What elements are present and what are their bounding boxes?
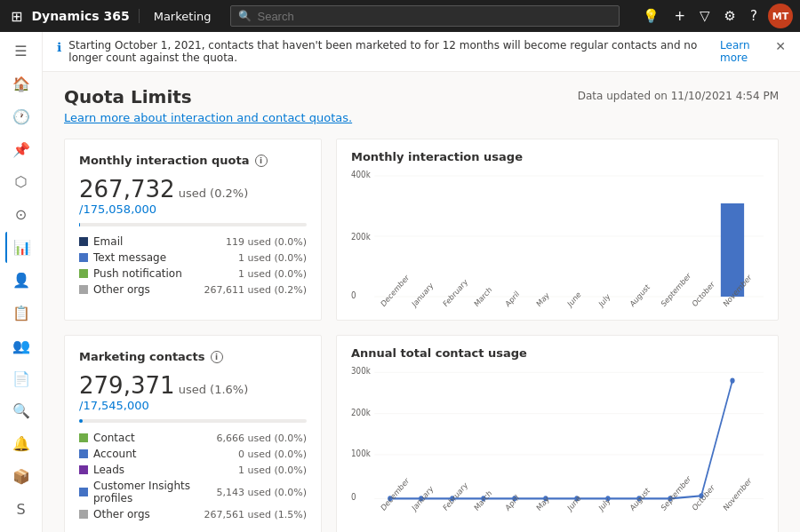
svg-text:400k: 400k — [351, 169, 371, 179]
svg-text:September: September — [660, 270, 693, 308]
legend-label: Other orgs — [79, 508, 204, 520]
legend-item: Push notification 1 used (0.0%) — [79, 266, 307, 282]
svg-text:October: October — [691, 279, 716, 308]
legend-value: 267,611 used (0.2%) — [204, 284, 307, 296]
sidebar-user-icon[interactable]: S — [5, 494, 37, 525]
monthly-quota-of: /175,058,000 — [79, 202, 156, 216]
main-content: ℹ Starting October 1, 2021, contacts tha… — [43, 32, 800, 532]
legend-item: Text message 1 used (0.0%) — [79, 250, 307, 266]
cards-grid-bottom: Marketing contacts i 279,371 used (1.6%)… — [43, 335, 800, 532]
cards-grid-top: Monthly interaction quota i 267,732 used… — [43, 131, 800, 335]
svg-text:September: September — [660, 473, 693, 512]
quota-learn-more-link[interactable]: Learn more about interaction and contact… — [64, 111, 352, 124]
legend-text: Other orgs — [93, 283, 150, 296]
svg-text:December: December — [380, 273, 412, 309]
legend-color-swatch — [79, 510, 88, 519]
legend-color-swatch — [79, 285, 88, 294]
monthly-quota-bar — [79, 223, 307, 226]
sidebar-recent-icon[interactable]: 🕐 — [5, 101, 37, 132]
sidebar-menu-icon[interactable]: ☰ — [5, 36, 37, 67]
add-icon[interactable]: + — [670, 4, 689, 28]
legend-item: Contact 6,666 used (0.0%) — [79, 430, 307, 446]
legend-text: Email — [93, 235, 123, 248]
banner-text: Starting October 1, 2021, contacts that … — [68, 39, 702, 64]
legend-value: 6,666 used (0.0%) — [217, 433, 307, 444]
marketing-contacts-info-icon[interactable]: i — [211, 351, 223, 363]
search-input[interactable] — [257, 10, 612, 23]
legend-text: Text message — [93, 251, 166, 264]
sidebar-content-icon[interactable]: 📄 — [5, 363, 37, 394]
legend-item: Email 119 used (0.0%) — [79, 234, 307, 250]
lightbulb-icon[interactable]: 💡 — [639, 4, 663, 28]
info-icon: ℹ — [57, 40, 61, 54]
settings-icon[interactable]: ⚙ — [721, 4, 740, 28]
svg-text:December: December — [380, 475, 412, 512]
legend-item: Customer Insights profiles 5,143 used (0… — [79, 478, 307, 506]
legend-text: Customer Insights profiles — [93, 480, 217, 504]
app-body: ☰ 🏠 🕐 📌 ⬡ ⊙ 📊 👤 📋 👥 📄 🔍 🔔 📦 S ℹ Starting… — [0, 32, 800, 532]
monthly-quota-used: used (0.2%) — [179, 187, 249, 200]
user-avatar[interactable]: MT — [768, 4, 793, 28]
monthly-quota-bar-fill — [79, 223, 80, 226]
monthly-chart-container: 400k 200k 0 — [351, 167, 764, 309]
marketing-contacts-bar — [79, 419, 307, 423]
sidebar-packages-icon[interactable]: 📦 — [5, 461, 37, 492]
banner-close-button[interactable]: ✕ — [775, 39, 786, 53]
svg-text:June: June — [565, 290, 582, 309]
legend-value: 1 used (0.0%) — [238, 465, 307, 476]
app-title: Dynamics 365 — [31, 9, 139, 23]
marketing-contacts-title: Marketing contacts i — [79, 350, 307, 363]
sidebar-templates-icon[interactable]: 📋 — [5, 298, 37, 329]
page-header: Quota Limits Learn more about interactio… — [43, 72, 800, 131]
legend-color-swatch — [79, 269, 88, 278]
monthly-quota-card: Monthly interaction quota i 267,732 used… — [64, 139, 322, 321]
sidebar-contacts-icon[interactable]: 👤 — [5, 265, 37, 296]
sidebar-notifications-icon[interactable]: 🔔 — [5, 428, 37, 459]
monthly-quota-info-icon[interactable]: i — [255, 155, 268, 167]
waffle-icon[interactable]: ⊞ — [7, 4, 26, 28]
svg-text:April: April — [504, 289, 521, 308]
annual-chart-card: Annual total contact usage 300k 200k 100… — [336, 335, 779, 532]
marketing-contacts-number: 279,371 — [79, 372, 175, 399]
legend-label: Other orgs — [79, 283, 204, 296]
legend-value: 1 used (0.0%) — [238, 268, 307, 280]
svg-text:August: August — [628, 282, 652, 308]
legend-label: Customer Insights profiles — [79, 480, 217, 504]
sidebar-analytics-icon[interactable]: 📊 — [5, 232, 37, 263]
monthly-chart-title: Monthly interaction usage — [351, 150, 764, 163]
svg-text:200k: 200k — [351, 407, 371, 417]
legend-text: Push notification — [93, 267, 182, 280]
legend-label: Contact — [79, 432, 217, 444]
sidebar-search-icon[interactable]: 🔍 — [5, 395, 37, 426]
sidebar-audience-icon[interactable]: 👥 — [5, 330, 37, 361]
legend-value: 119 used (0.0%) — [226, 236, 307, 248]
svg-text:200k: 200k — [351, 231, 371, 242]
legend-text: Account — [93, 448, 136, 460]
legend-color-swatch — [79, 449, 88, 458]
data-updated-label: Data updated on 11/10/2021 4:54 PM — [578, 90, 779, 102]
legend-text: Leads — [93, 464, 124, 476]
legend-color-swatch — [79, 253, 88, 262]
legend-text: Other orgs — [93, 508, 150, 520]
filter-icon[interactable]: ▽ — [696, 4, 714, 28]
svg-point-49 — [730, 377, 734, 383]
search-bar[interactable]: 🔍 — [230, 5, 620, 27]
help-icon[interactable]: ? — [747, 4, 761, 28]
annual-chart-title: Annual total contact usage — [351, 346, 764, 360]
svg-text:100k: 100k — [351, 448, 371, 458]
sidebar-pin-icon[interactable]: 📌 — [5, 134, 37, 165]
monthly-quota-title: Monthly interaction quota i — [79, 154, 307, 167]
sidebar-targeting-icon[interactable]: ⊙ — [5, 199, 37, 230]
marketing-contacts-card: Marketing contacts i 279,371 used (1.6%)… — [64, 335, 322, 532]
legend-label: Push notification — [79, 267, 238, 280]
app-name: Marketing — [145, 10, 212, 23]
legend-item: Leads 1 used (0.0%) — [79, 462, 307, 478]
marketing-contacts-legend: Contact 6,666 used (0.0%) Account 0 used… — [79, 430, 307, 522]
sidebar-home-icon[interactable]: 🏠 — [5, 68, 37, 99]
svg-text:April: April — [504, 493, 521, 513]
svg-text:0: 0 — [351, 492, 356, 503]
banner-learn-more-link[interactable]: Learn more — [720, 39, 768, 64]
svg-text:January: January — [410, 281, 435, 309]
sidebar-segments-icon[interactable]: ⬡ — [5, 166, 37, 197]
legend-item: Other orgs 267,611 used (0.2%) — [79, 282, 307, 298]
